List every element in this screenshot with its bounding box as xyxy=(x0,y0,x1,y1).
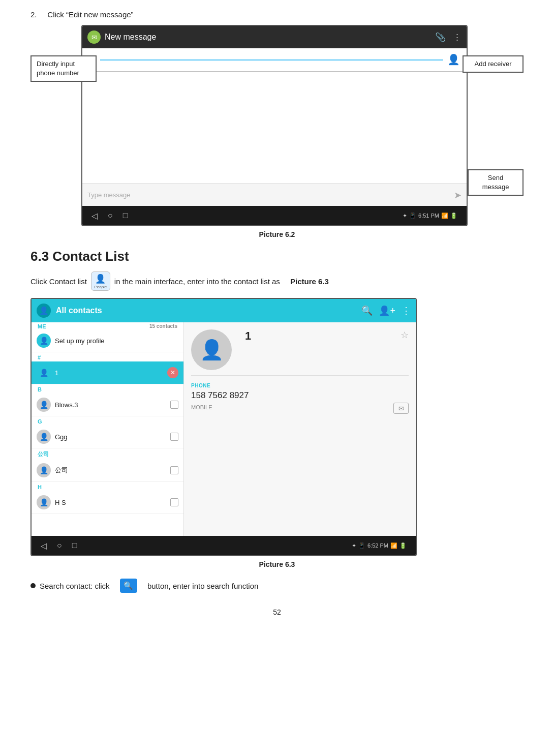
gongsi-label: 公司 xyxy=(38,451,49,457)
contact-phone-icon: 📱 xyxy=(358,542,365,549)
hs-name: H S xyxy=(55,499,166,506)
add-contact-icon[interactable]: 👤 xyxy=(447,53,460,67)
app-title-bar: ✉ New message 📎 ⋮ xyxy=(82,26,467,48)
contact-recents-icon[interactable]: □ xyxy=(72,541,77,551)
b-section-label: B xyxy=(32,384,183,394)
contact-1-row[interactable]: 👤 1 ✕ xyxy=(32,361,183,384)
callout-send-line1: Send xyxy=(488,174,503,182)
message-icon[interactable]: ✉ xyxy=(393,403,409,414)
ggg-checkbox[interactable] xyxy=(170,433,178,441)
contact-header-icon: 👤 xyxy=(37,304,51,318)
phone-icon: 📱 xyxy=(409,213,416,219)
contact-header-title: All contacts xyxy=(56,306,356,315)
gongsi-name: 公司 xyxy=(55,466,166,475)
callout-left: Directly input phone number xyxy=(30,55,97,82)
contact-detail-avatar: 👤 xyxy=(191,329,232,370)
b-label: B xyxy=(38,386,42,392)
blows-avatar: 👤 xyxy=(37,398,51,412)
h-section-label: H xyxy=(32,482,183,491)
gongsi-checkbox[interactable] xyxy=(170,466,178,474)
contact-bottom-nav-icons: ◁ ○ □ xyxy=(41,541,77,551)
contact-right-panel: 👤 ☆ 1 PHONE 158 7562 8927 MOBILE ✉ xyxy=(184,322,416,536)
blows-row[interactable]: 👤 Blows.3 xyxy=(32,394,183,416)
contact-wifi-icon: 📶 xyxy=(390,542,397,549)
g-section-label: G xyxy=(32,416,183,426)
callout-send-line2: message xyxy=(482,183,509,191)
people-icon-button[interactable]: 👤 People xyxy=(91,271,110,291)
search-icon: 🔍 xyxy=(124,581,133,590)
step-text: Click “Edit new message” xyxy=(47,10,133,19)
picture-62-caption: Picture 6.2 xyxy=(30,230,524,238)
blows-checkbox[interactable] xyxy=(170,401,178,409)
ggg-row[interactable]: 👤 Ggg xyxy=(32,426,183,448)
star-icon[interactable]: ☆ xyxy=(401,329,409,341)
contact-android-bottom-bar: ◁ ○ □ ✦ 📱 6:52 PM 📶 🔋 xyxy=(32,536,416,555)
contact-icon-symbol: 👤 xyxy=(39,306,49,315)
step-number: 2. xyxy=(30,10,37,19)
g-label: G xyxy=(38,418,42,425)
recents-icon[interactable]: □ xyxy=(123,211,128,221)
contact-status-icons-right: ✦ 📱 6:52 PM 📶 🔋 xyxy=(352,542,407,549)
search-button-inline[interactable]: 🔍 xyxy=(120,579,137,593)
callout-left-line2: phone number xyxy=(37,69,79,77)
contact-detail-info: ☆ 1 xyxy=(245,329,409,344)
back-icon[interactable]: ◁ xyxy=(91,211,98,221)
phone-section-label: PHONE xyxy=(191,383,409,388)
android-bottom-bar: ◁ ○ □ ✦ 📱 6:51 PM 📶 🔋 xyxy=(82,206,467,225)
time-display: 6:51 PM xyxy=(418,213,439,219)
callout-right: Add receiver xyxy=(463,55,524,73)
me-section-label: ME 15 contacts xyxy=(32,322,183,329)
callout-left-line1: Directly input xyxy=(37,60,75,68)
blows-name: Blows.3 xyxy=(55,401,166,409)
hash-section-label: # xyxy=(32,352,183,361)
contact-1-avatar: 👤 xyxy=(37,366,51,380)
phone-detail-section: PHONE 158 7562 8927 MOBILE ✉ xyxy=(191,383,409,414)
contact-list-layout: ME 15 contacts 👤 Set up my profile # 👤 xyxy=(32,322,416,536)
wifi-icon: 📶 xyxy=(441,213,448,219)
ggg-avatar: 👤 xyxy=(37,430,51,444)
contact-1-avatar-icon: 👤 xyxy=(40,369,48,377)
section-63-body-text: Click Contact list 👤 People in the main … xyxy=(30,271,524,291)
to-input-line xyxy=(100,59,443,61)
to-field[interactable]: To 👤 xyxy=(82,48,467,72)
setup-profile-name: Set up my profile xyxy=(55,337,178,345)
gongsi-avatar-icon: 👤 xyxy=(40,466,48,474)
app-title-text: New message xyxy=(105,33,435,42)
body-text-before: Click Contact list xyxy=(30,277,87,286)
bottom-nav-icons: ◁ ○ □ xyxy=(91,211,128,221)
home-icon[interactable]: ○ xyxy=(108,211,113,221)
message-body[interactable] xyxy=(82,72,467,184)
hs-checkbox[interactable] xyxy=(170,498,178,506)
hs-row[interactable]: 👤 H S xyxy=(32,491,183,514)
callout-send: Send message xyxy=(468,169,524,196)
bullet-dot xyxy=(30,583,36,588)
contact-add-icon[interactable]: 👤+ xyxy=(379,305,395,316)
contact-home-icon[interactable]: ○ xyxy=(57,541,62,551)
type-message-bar[interactable]: Type message ➤ xyxy=(82,184,467,206)
contact-more-icon[interactable]: ⋮ xyxy=(402,305,411,316)
people-icon-label: People xyxy=(94,285,107,289)
search-label: Search contact: click xyxy=(40,582,110,590)
picture-63-caption: Picture 6.3 xyxy=(30,560,524,568)
setup-profile-row[interactable]: 👤 Set up my profile xyxy=(32,329,183,352)
attach-icon[interactable]: 📎 xyxy=(435,32,446,43)
gongsi-row[interactable]: 👤 公司 xyxy=(32,459,183,482)
screenshot-62-container: Directly input phone number Add receiver… xyxy=(30,25,524,226)
contact-search-icon[interactable]: 🔍 xyxy=(361,305,373,316)
screenshot-63-container: 👤 All contacts 🔍 👤+ ⋮ ME 15 contacts xyxy=(30,298,524,556)
contact-1-selected-x: ✕ xyxy=(167,367,178,378)
callout-right-text: Add receiver xyxy=(475,60,512,68)
me-label: ME xyxy=(38,323,46,329)
blows-avatar-icon: 👤 xyxy=(40,401,48,409)
bullet-search: Search contact: click 🔍 button, enter in… xyxy=(30,579,524,593)
gongsi-section-label: 公司 xyxy=(32,448,183,459)
more-icon[interactable]: ⋮ xyxy=(453,32,461,43)
contact-left-panel: ME 15 contacts 👤 Set up my profile # 👤 xyxy=(32,322,184,536)
me-avatar: 👤 xyxy=(37,334,51,348)
contact-1-name: 1 xyxy=(55,369,163,377)
send-arrow-icon[interactable]: ➤ xyxy=(454,190,461,201)
body-text-middle: in the main interface, enter into the co… xyxy=(114,277,280,286)
ggg-name: Ggg xyxy=(55,433,166,441)
contact-signal-icon: ✦ xyxy=(352,542,356,549)
contact-back-icon[interactable]: ◁ xyxy=(41,541,47,551)
